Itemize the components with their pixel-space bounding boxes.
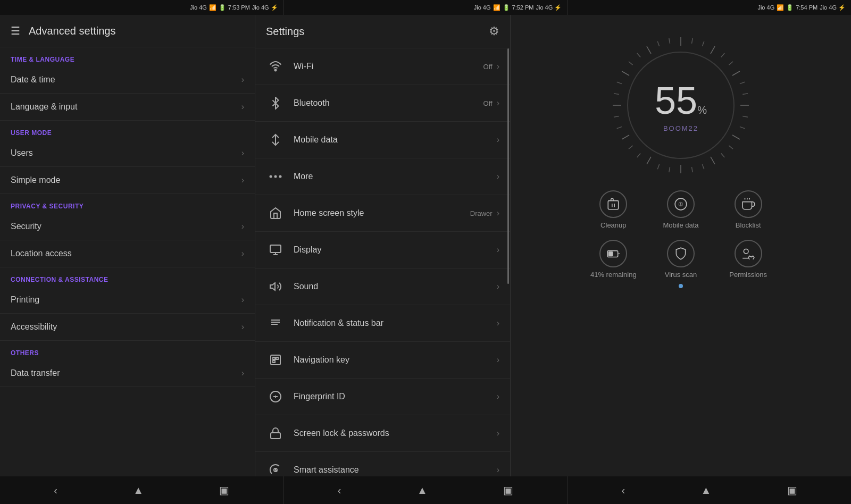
chevron-right-icon: › xyxy=(497,392,499,401)
settings-row-display[interactable]: Display › xyxy=(255,232,510,268)
settings-row-home-screen[interactable]: Home screen style Drawer › xyxy=(255,195,510,232)
sidebar-item-language-label: Language & input xyxy=(11,102,77,112)
cleanup-icon xyxy=(599,190,627,218)
sidebar-item-language-input[interactable]: Language & input › xyxy=(0,94,255,121)
recents-button-2[interactable]: ▣ xyxy=(497,480,520,501)
smart-assistance-right: › xyxy=(497,465,499,475)
settings-row-more[interactable]: More › xyxy=(255,158,510,195)
bluetooth-label: Bluetooth xyxy=(294,98,330,107)
screen-lock-icon xyxy=(266,424,285,443)
sb1-carrier2: Jio 4G ⚡ xyxy=(252,4,278,11)
home-button-3[interactable]: ▲ xyxy=(695,480,718,501)
chevron-right-icon: › xyxy=(497,245,499,255)
bottom-nav-3: ‹ ▲ ▣ xyxy=(568,476,851,504)
settings-row-screen-lock[interactable]: Screen lock & passwords › xyxy=(255,415,510,452)
display-label: Display xyxy=(294,245,321,254)
sidebar-item-accessibility[interactable]: Accessibility › xyxy=(0,314,255,341)
sidebar-item-simple-mode[interactable]: Simple mode › xyxy=(0,167,255,194)
chevron-right-icon: › xyxy=(241,295,244,305)
section-label-connection: CONNECTION & ASSISTANCE xyxy=(0,267,255,287)
svg-line-47 xyxy=(622,71,629,75)
svg-line-28 xyxy=(740,127,745,128)
wifi-value: Off xyxy=(483,63,493,71)
svg-line-36 xyxy=(669,167,670,172)
gauge-value: 55 xyxy=(655,79,697,122)
svg-line-42 xyxy=(617,127,622,128)
chevron-right-icon: › xyxy=(241,249,244,258)
dot-indicator xyxy=(677,284,685,288)
quick-action-mobile-data[interactable]: ① Mobile data xyxy=(653,190,710,229)
sidebar-item-location-label: Location access xyxy=(11,249,72,258)
fingerprint-right: › xyxy=(497,392,499,401)
quick-action-virus-scan[interactable]: Virus scan xyxy=(653,240,710,279)
svg-line-31 xyxy=(721,153,724,157)
sound-label: Sound xyxy=(294,282,318,291)
sidebar-item-users[interactable]: Users › xyxy=(0,140,255,167)
home-screen-value: Drawer xyxy=(470,209,493,217)
recents-button-1[interactable]: ▣ xyxy=(213,480,236,501)
back-button-2[interactable]: ‹ xyxy=(331,480,348,501)
fingerprint-label: Fingerprint ID xyxy=(294,392,345,401)
status-bars: Jio 4G 📶 🔋 7:53 PM Jio 4G ⚡ Jio 4G 📶 🔋 7… xyxy=(0,0,851,15)
smart-assistance-icon xyxy=(266,460,285,476)
gear-icon[interactable]: ⚙ xyxy=(489,24,499,38)
svg-point-2 xyxy=(274,175,277,178)
sb3-battery: 🔋 xyxy=(786,4,794,11)
sb1-carrier: Jio 4G xyxy=(190,4,207,11)
home-button-1[interactable]: ▲ xyxy=(127,480,150,501)
battery-icon xyxy=(599,240,627,267)
nav-key-content: Navigation key xyxy=(294,355,497,365)
chevron-right-icon: › xyxy=(241,102,244,112)
svg-line-29 xyxy=(732,135,740,139)
back-button-1[interactable]: ‹ xyxy=(47,480,64,501)
sidebar-item-date-time[interactable]: Date & time › xyxy=(0,66,255,94)
home-button-2[interactable]: ▲ xyxy=(411,480,434,501)
quick-action-blocklist[interactable]: Blocklist xyxy=(720,190,777,229)
status-bar-2: Jio 4G 📶 🔋 7:52 PM Jio 4G ⚡ xyxy=(284,0,568,15)
chevron-right-icon: › xyxy=(497,172,499,181)
settings-row-notification[interactable]: Notification & status bar › xyxy=(255,305,510,342)
display-icon xyxy=(266,240,285,259)
quick-action-battery[interactable]: 41% remaining xyxy=(585,240,642,279)
settings-row-smart-assistance[interactable]: Smart assistance › xyxy=(255,452,510,476)
svg-line-38 xyxy=(647,157,651,164)
mobile-data-qa-icon: ① xyxy=(667,190,695,218)
settings-row-nav-key[interactable]: Navigation key › xyxy=(255,342,510,379)
more-right: › xyxy=(497,172,499,181)
settings-row-wifi[interactable]: Wi-Fi Off › xyxy=(255,48,510,85)
sidebar-item-printing[interactable]: Printing › xyxy=(0,287,255,314)
settings-row-sound[interactable]: Sound › xyxy=(255,268,510,305)
svg-line-34 xyxy=(691,167,693,172)
left-panel-title: Advanced settings xyxy=(29,25,115,37)
chevron-right-icon: › xyxy=(497,318,499,328)
battery-gauge: 55% BOOM22 xyxy=(606,31,755,180)
svg-line-32 xyxy=(711,157,715,164)
settings-row-mobile-data[interactable]: Mobile data › xyxy=(255,122,510,158)
chevron-right-icon: › xyxy=(497,355,499,365)
mobile-data-right: › xyxy=(497,135,499,145)
settings-row-fingerprint[interactable]: Fingerprint ID › xyxy=(255,379,510,415)
more-content: More xyxy=(294,172,497,181)
fingerprint-icon xyxy=(266,387,285,406)
notification-label: Notification & status bar xyxy=(294,318,383,327)
sidebar-item-security[interactable]: Security › xyxy=(0,213,255,240)
section-label-time-language: TIME & LANGUAGE xyxy=(0,47,255,66)
quick-action-permissions[interactable]: Permissions xyxy=(720,240,777,279)
recents-button-3[interactable]: ▣ xyxy=(781,480,804,501)
svg-point-3 xyxy=(279,175,282,178)
hamburger-icon[interactable]: ☰ xyxy=(11,24,20,37)
sb1-signal: 📶 xyxy=(209,4,216,11)
sidebar-item-printing-label: Printing xyxy=(11,295,39,305)
svg-line-45 xyxy=(614,94,619,95)
sidebar-item-data-transfer[interactable]: Data transfer › xyxy=(0,360,255,387)
sound-icon xyxy=(266,277,285,296)
back-button-3[interactable]: ‹ xyxy=(615,480,632,501)
bluetooth-value: Off xyxy=(483,99,493,107)
quick-action-cleanup[interactable]: Cleanup xyxy=(585,190,642,229)
fingerprint-content: Fingerprint ID xyxy=(294,392,497,401)
sb2-time: 7:52 PM xyxy=(512,4,534,11)
bottom-nav-bars: ‹ ▲ ▣ ‹ ▲ ▣ ‹ ▲ ▣ xyxy=(0,476,851,504)
sidebar-item-location-access[interactable]: Location access › xyxy=(0,240,255,267)
settings-row-bluetooth[interactable]: Bluetooth Off › xyxy=(255,85,510,122)
notification-icon xyxy=(266,314,285,333)
